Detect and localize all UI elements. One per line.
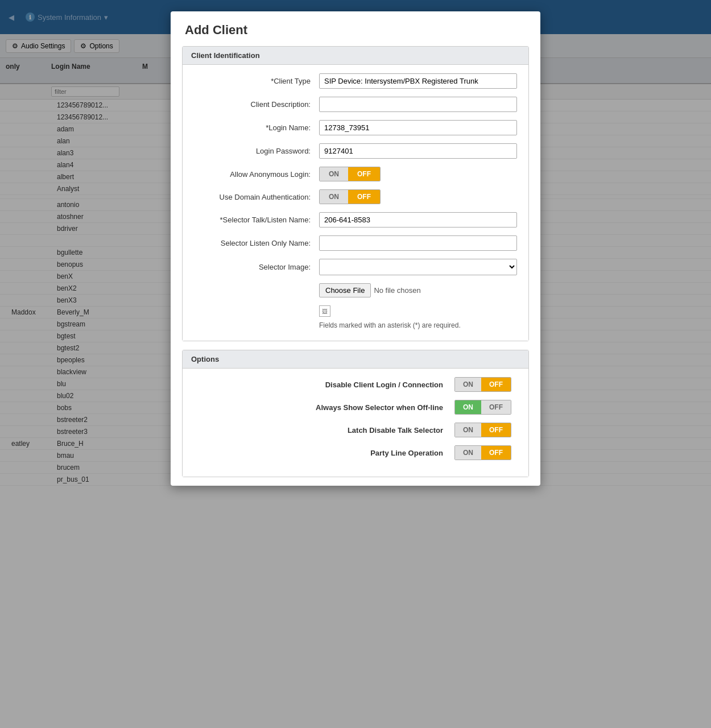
login-name-input[interactable] bbox=[319, 120, 517, 135]
add-client-modal: Add Client Client Identification *Client… bbox=[171, 11, 540, 486]
required-note: Fields marked with an asterisk (*) are r… bbox=[319, 321, 517, 329]
allow-anonymous-on-button[interactable]: ON bbox=[320, 167, 348, 181]
latch-disable-toggle: ON OFF bbox=[454, 423, 511, 437]
choose-file-button[interactable]: Choose File bbox=[319, 283, 371, 297]
options-header: Options bbox=[183, 350, 528, 369]
login-password-label: Login Password: bbox=[194, 147, 319, 155]
selector-talk-input[interactable] bbox=[319, 212, 517, 228]
allow-anonymous-row: Allow Anonymous Login: ON OFF bbox=[194, 167, 517, 181]
allow-anonymous-label: Allow Anonymous Login: bbox=[194, 170, 319, 179]
client-type-input[interactable] bbox=[319, 73, 517, 89]
selector-listen-label: Selector Listen Only Name: bbox=[194, 239, 319, 247]
options-body: Disable Client Login / Connection ON OFF… bbox=[183, 369, 528, 477]
always-show-row: Always Show Selector when Off-line ON OF… bbox=[194, 400, 517, 415]
selector-listen-row: Selector Listen Only Name: bbox=[194, 235, 517, 251]
use-domain-row: Use Domain Authentication: ON OFF bbox=[194, 189, 517, 204]
client-identification-body: *Client Type Client Description: *Login … bbox=[183, 65, 528, 341]
use-domain-on-button[interactable]: ON bbox=[320, 190, 348, 204]
latch-disable-row: Latch Disable Talk Selector ON OFF bbox=[194, 423, 517, 437]
allow-anonymous-toggle: ON OFF bbox=[319, 167, 381, 181]
client-description-row: Client Description: bbox=[194, 97, 517, 112]
image-preview: 🖼 bbox=[319, 305, 517, 317]
party-line-on-button[interactable]: ON bbox=[455, 446, 481, 460]
selector-talk-label: *Selector Talk/Listen Name: bbox=[194, 216, 319, 224]
always-show-off-button[interactable]: OFF bbox=[481, 400, 511, 414]
always-show-on-button[interactable]: ON bbox=[455, 400, 481, 414]
use-domain-toggle: ON OFF bbox=[319, 189, 381, 204]
modal-title: Add Client bbox=[171, 11, 540, 46]
client-identification-header: Client Identification bbox=[183, 47, 528, 65]
client-description-input[interactable] bbox=[319, 97, 517, 112]
latch-disable-label: Latch Disable Talk Selector bbox=[200, 426, 454, 435]
login-password-row: Login Password: bbox=[194, 143, 517, 159]
disable-login-off-button[interactable]: OFF bbox=[481, 378, 511, 391]
always-show-label: Always Show Selector when Off-line bbox=[200, 403, 454, 412]
selector-listen-input[interactable] bbox=[319, 235, 517, 251]
options-section: Options Disable Client Login / Connectio… bbox=[182, 350, 529, 477]
selector-image-label: Selector Image: bbox=[194, 263, 319, 271]
always-show-toggle: ON OFF bbox=[454, 400, 511, 415]
disable-login-toggle: ON OFF bbox=[454, 377, 511, 392]
client-description-label: Client Description: bbox=[194, 100, 319, 109]
selector-talk-row: *Selector Talk/Listen Name: bbox=[194, 212, 517, 228]
latch-disable-on-button[interactable]: ON bbox=[455, 423, 481, 437]
image-icon: 🖼 bbox=[319, 305, 330, 317]
party-line-off-button[interactable]: OFF bbox=[481, 446, 511, 460]
use-domain-off-button[interactable]: OFF bbox=[348, 190, 380, 204]
use-domain-label: Use Domain Authentication: bbox=[194, 193, 319, 201]
party-line-row: Party Line Operation ON OFF bbox=[194, 445, 517, 460]
login-name-row: *Login Name: bbox=[194, 120, 517, 135]
allow-anonymous-off-button[interactable]: OFF bbox=[348, 167, 380, 181]
client-type-row: *Client Type bbox=[194, 73, 517, 89]
no-file-text: No file chosen bbox=[374, 286, 420, 295]
disable-login-on-button[interactable]: ON bbox=[455, 378, 481, 391]
client-type-label: *Client Type bbox=[194, 77, 319, 85]
modal-overlay: Add Client Client Identification *Client… bbox=[0, 0, 711, 728]
latch-disable-off-button[interactable]: OFF bbox=[481, 423, 511, 437]
selector-image-select[interactable] bbox=[319, 259, 517, 275]
party-line-toggle: ON OFF bbox=[454, 445, 511, 460]
disable-login-label: Disable Client Login / Connection bbox=[200, 380, 454, 389]
client-identification-section: Client Identification *Client Type Clien… bbox=[182, 46, 529, 341]
file-input-row: Choose File No file chosen bbox=[319, 283, 517, 297]
disable-login-row: Disable Client Login / Connection ON OFF bbox=[194, 377, 517, 392]
party-line-label: Party Line Operation bbox=[200, 449, 454, 457]
login-password-input[interactable] bbox=[319, 143, 517, 159]
login-name-label: *Login Name: bbox=[194, 123, 319, 132]
selector-image-row: Selector Image: bbox=[194, 259, 517, 275]
